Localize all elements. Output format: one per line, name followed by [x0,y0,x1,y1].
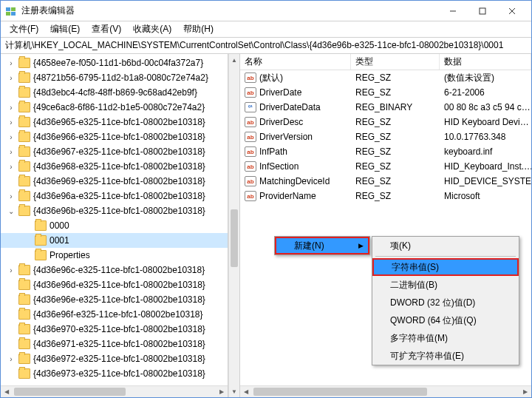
tree-item[interactable]: {4d36e96f-e325-11ce-bfc1-08002be10318} [1,307,228,322]
value-data: HID_DEVICE_SYSTEM… [440,176,531,186]
expand-icon[interactable]: › [7,148,16,156]
tree-label: {48d3ebc4-4cf8-48ff-b869-9c68ad42eb9f} [33,87,197,98]
value-string-icon: ab [245,161,256,172]
tree-item[interactable]: ›{48721b56-6795-11d2-b1a8-0080c72e74a2} [1,70,228,85]
tree-scroll-h[interactable]: ◀ ▶ [1,385,228,397]
tree-item[interactable]: ›{49ce6ac8-6f86-11d2-b1e5-0080c72e74a2} [1,100,228,115]
expand-icon[interactable]: › [7,74,16,82]
value-data: keyboard.inf [440,146,531,157]
list-scroll-h[interactable]: ◀ ▶ [240,385,531,397]
address-bar[interactable]: 计算机\HKEY_LOCAL_MACHINE\SYSTEM\CurrentCon… [1,38,531,54]
tree-label: 0001 [50,235,69,246]
tree-item[interactable]: {4d36e971-e325-11ce-bfc1-08002be10318} [1,337,228,351]
tree-item[interactable]: ›{4d36e968-e325-11ce-bfc1-08002be10318} [1,159,228,174]
expand-icon[interactable]: › [7,59,16,67]
scroll-left-icon[interactable]: ◀ [240,386,252,397]
value-type: REG_SZ [351,176,440,186]
expand-icon[interactable]: › [7,133,16,141]
tree-item[interactable]: {4d36e96e-e325-11ce-bfc1-08002be10318} [1,292,228,307]
tree-item[interactable]: 0000 [1,218,228,233]
tree-item[interactable]: 0001 [1,233,228,248]
ctx-new[interactable]: 新建(N) ▶ [275,237,369,254]
scroll-down-icon[interactable]: ▼ [229,385,239,397]
tree-item[interactable]: Properties [1,248,228,263]
value-string-icon: ab [245,176,256,186]
menu-help[interactable]: 帮助(H) [177,21,219,37]
ctx-multi[interactable]: 多字符串值(M) [372,329,519,347]
close-button[interactable] [497,1,527,21]
expand-icon[interactable]: › [7,355,16,363]
tree-label: 0000 [50,220,69,231]
tree-label: {4d36e967-e325-11ce-bfc1-08002be10318} [33,146,205,157]
value-string-icon: ab [245,132,256,142]
tree-label: {4d36e971-e325-11ce-bfc1-08002be10318} [33,339,205,349]
tree-label: {4d36e96b-e325-11ce-bfc1-08002be10318} [33,206,205,216]
col-data[interactable]: 数据 [440,54,531,70]
maximize-button[interactable] [468,1,497,21]
col-type[interactable]: 类型 [351,54,440,70]
svg-rect-0 [6,7,10,11]
list-row[interactable]: abMatchingDeviceIdREG_SZHID_DEVICE_SYSTE… [240,174,531,189]
minimize-button[interactable] [438,1,468,21]
tree-item[interactable]: ›{4658ee7e-f050-11d1-b6bd-00c04fa372a7} [1,55,228,70]
value-type: REG_SZ [351,72,440,83]
expand-icon[interactable]: › [7,104,16,112]
ctx-qword[interactable]: QWORD (64 位)值(Q) [372,311,519,329]
folder-icon [18,368,30,379]
ctx-binary[interactable]: 二进制值(B) [372,276,519,294]
ctx-expand[interactable]: 可扩充字符串值(E) [372,347,519,365]
menu-favorites[interactable]: 收藏夹(A) [127,21,177,37]
list-row[interactable]: ⁰¹DriverDateDataREG_BINARY00 80 8c a3 c5… [240,100,531,115]
tree-label: {4d36e965-e325-11ce-bfc1-08002be10318} [33,117,205,127]
tree-item[interactable]: {48d3ebc4-4cf8-48ff-b869-9c68ad42eb9f} [1,85,228,100]
tree-item[interactable]: {4d36e96d-e325-11ce-bfc1-08002be10318} [1,277,228,292]
tree-scroll-v[interactable]: ▲ ▼ [228,54,240,397]
expand-icon[interactable]: › [7,118,16,127]
col-name[interactable]: 名称 [240,54,351,70]
ctx-dword[interactable]: DWORD (32 位)值(D) [372,294,519,311]
list-row[interactable]: ab(默认)REG_SZ(数值未设置) [240,70,531,85]
ctx-string[interactable]: 字符串值(S) [372,258,519,276]
menu-edit[interactable]: 编辑(E) [44,21,86,37]
scroll-right-icon[interactable]: ▶ [519,386,531,397]
tree-label: Properties [50,250,90,260]
tree-item[interactable]: {4d36e970-e325-11ce-bfc1-08002be10318} [1,322,228,337]
list-header: 名称 类型 数据 [240,54,531,70]
value-type: REG_SZ [351,146,440,157]
list-row[interactable]: abDriverVersionREG_SZ10.0.17763.348 [240,129,531,144]
scroll-right-icon[interactable]: ▶ [216,386,228,397]
list-row[interactable]: abProviderNameREG_SZMicrosoft [240,189,531,203]
tree-item[interactable]: ›{4d36e966-e325-11ce-bfc1-08002be10318} [1,129,228,144]
tree-item[interactable]: ⌄{4d36e96b-e325-11ce-bfc1-08002be10318} [1,203,228,218]
expand-icon[interactable]: ⌄ [7,207,16,215]
tree-item[interactable]: ›{4d36e965-e325-11ce-bfc1-08002be10318} [1,115,228,129]
value-type: REG_SZ [351,117,440,127]
folder-icon [18,294,30,305]
tree-item[interactable]: ›{4d36e967-e325-11ce-bfc1-08002be10318} [1,144,228,159]
expand-icon[interactable]: › [7,163,16,171]
list-row[interactable]: abInfPathREG_SZkeyboard.inf [240,144,531,159]
folder-icon [18,280,30,290]
list-row[interactable]: abDriverDateREG_SZ6-21-2006 [240,85,531,100]
expand-icon[interactable]: › [7,192,16,200]
ctx-key[interactable]: 项(K) [372,237,519,254]
tree-item[interactable]: {4d36e973-e325-11ce-bfc1-08002be10318} [1,366,228,381]
tree-label: {4d36e966-e325-11ce-bfc1-08002be10318} [33,132,205,142]
svg-rect-1 [11,7,16,11]
list-row[interactable]: abDriverDescREG_SZHID Keyboard Devi… [240,115,531,129]
menu-view[interactable]: 查看(V) [86,21,127,37]
tree-item[interactable]: {4d36e969-e325-11ce-bfc1-08002be10318} [1,174,228,189]
scroll-left-icon[interactable]: ◀ [1,386,13,397]
value-type: REG_SZ [351,132,440,142]
value-data: (数值未设置) [440,72,531,84]
menu-file[interactable]: 文件(F) [4,21,44,37]
context-submenu: 项(K) 字符串值(S) 二进制值(B) DWORD (32 位)值(D) QW… [372,236,519,365]
tree-pane: ›{4658ee7e-f050-11d1-b6bd-00c04fa372a7}›… [1,54,228,397]
scroll-up-icon[interactable]: ▲ [229,54,239,66]
tree-item[interactable]: ›{4d36e96c-e325-11ce-bfc1-08002be10318} [1,263,228,277]
value-name: DriverDesc [259,117,303,127]
expand-icon[interactable]: › [7,266,16,274]
list-row[interactable]: abInfSectionREG_SZHID_Keyboard_Inst.… [240,159,531,174]
tree-item[interactable]: ›{4d36e96a-e325-11ce-bfc1-08002be10318} [1,189,228,203]
tree-item[interactable]: ›{4d36e972-e325-11ce-bfc1-08002be10318} [1,351,228,366]
